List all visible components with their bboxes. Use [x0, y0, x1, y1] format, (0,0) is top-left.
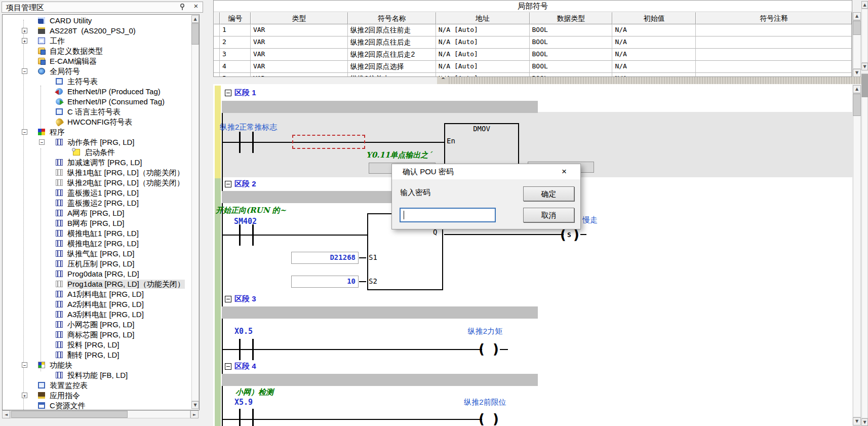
- tree-scroll-down-button[interactable]: ▼: [191, 401, 199, 409]
- operand-field[interactable]: 10: [291, 276, 359, 288]
- set-coil[interactable]: (: [560, 228, 566, 241]
- tree-item[interactable]: A2刮料电缸 [PRG, LD]: [3, 299, 191, 309]
- tree-item[interactable]: E-CAM编辑器: [3, 56, 191, 66]
- window-scrollbar2-track[interactable]: [861, 73, 868, 418]
- row-gutter[interactable]: [214, 61, 220, 73]
- symbol-scroll-down-button[interactable]: ▼: [853, 69, 861, 77]
- tree-item[interactable]: +应用指令: [3, 391, 191, 401]
- tree-item[interactable]: A1刮料电缸 [PRG, LD]: [3, 289, 191, 299]
- tree-item-label[interactable]: 投料 [PRG, LD]: [67, 340, 120, 350]
- tree-item[interactable]: −全局符号: [3, 66, 191, 76]
- network-margin-strip[interactable]: [215, 178, 221, 426]
- tree-item[interactable]: +AS228T (AS200_PSJ_0): [3, 26, 191, 36]
- tree-item[interactable]: CARD Utility: [3, 16, 191, 26]
- tree-item-label[interactable]: 主符号表: [67, 77, 98, 86]
- tree-item-label[interactable]: A2刮料电缸 [PRG, LD]: [67, 300, 144, 309]
- contact-element[interactable]: [252, 132, 254, 153]
- section1-comment-bar[interactable]: [222, 101, 538, 113]
- tree-item-label[interactable]: 压机压制 [PRG, LD]: [67, 259, 135, 268]
- output-coil[interactable]: (: [479, 412, 485, 425]
- tree-item-label[interactable]: 小网芯圈 [PRG, LD]: [67, 320, 135, 329]
- collapse-icon[interactable]: −: [22, 129, 27, 135]
- tree-item[interactable]: C 语言主符号表: [3, 107, 191, 117]
- tree-item-label[interactable]: CARD Utility: [50, 16, 92, 25]
- panel-splitter[interactable]: [437, 77, 862, 84]
- section1-collapse-icon[interactable]: [225, 90, 231, 96]
- table-cell[interactable]: [696, 73, 852, 77]
- tree-item[interactable]: 纵推2电缸 [PRG, LD]（功能关闭）: [3, 178, 191, 188]
- collapse-icon[interactable]: −: [22, 68, 27, 74]
- row-gutter-header[interactable]: [214, 12, 220, 24]
- table-cell[interactable]: 纵推2回原点往前走: [348, 24, 436, 36]
- section4-comment-bar[interactable]: [222, 374, 538, 386]
- table-cell[interactable]: 纵推2回原点往后走: [348, 36, 436, 49]
- window-scroll-up-button[interactable]: ▲: [861, 1, 868, 9]
- tree-item-label[interactable]: 盖板搬运2 [PRG, LD]: [67, 199, 139, 208]
- tree-item[interactable]: HWCONFIG符号表: [3, 117, 191, 127]
- tree-item-label[interactable]: 加减速调节 [PRG, LD]: [67, 158, 142, 167]
- tree-item-label[interactable]: 动作条件 [PRG, LD]: [67, 138, 135, 147]
- column-header[interactable]: 编号: [220, 12, 251, 24]
- ladder-scroll-up-button[interactable]: ▲: [853, 85, 861, 93]
- tree-item-label[interactable]: 商标芯圈 [PRG, LD]: [67, 330, 135, 339]
- row-gutter[interactable]: [214, 73, 220, 77]
- section2-header[interactable]: 区段 2: [234, 179, 256, 189]
- table-cell[interactable]: VAR: [251, 73, 348, 77]
- tree-item[interactable]: −动作条件 [PRG, LD]: [3, 137, 191, 147]
- table-cell[interactable]: N/A: [612, 73, 696, 77]
- tree-item-label[interactable]: 投料功能 [FB, LD]: [67, 371, 128, 380]
- tree-item[interactable]: 加减速调节 [PRG, LD]: [3, 158, 191, 168]
- column-header[interactable]: 符号名称: [348, 12, 436, 24]
- pin-icon[interactable]: [178, 3, 186, 11]
- contact-element[interactable]: [252, 224, 254, 246]
- table-cell[interactable]: [696, 36, 852, 49]
- tree-item-label[interactable]: C 语言主符号表: [67, 107, 121, 117]
- table-cell[interactable]: 4: [220, 61, 251, 73]
- expand-icon[interactable]: +: [22, 393, 27, 398]
- tree-scroll-left-button[interactable]: ◄: [2, 410, 10, 418]
- tree-item-label[interactable]: 盖板搬运1 [PRG, LD]: [67, 188, 139, 198]
- tree-item-label[interactable]: 应用指令: [50, 391, 80, 400]
- tree-item-label[interactable]: 横推电缸1 [PRG, LD]: [67, 229, 139, 238]
- table-cell[interactable]: N/A [Auto]: [436, 61, 530, 73]
- tree-item[interactable]: 翻转 [PRG, LD]: [3, 350, 191, 360]
- tree-item[interactable]: 纵推气缸 [PRG, LD]: [3, 249, 191, 259]
- tree-scroll-right-button[interactable]: ►: [190, 410, 199, 418]
- tree-item[interactable]: C资源文件: [3, 401, 191, 410]
- table-cell[interactable]: N/A [Auto]: [436, 24, 530, 36]
- tree-item[interactable]: 投料功能 [FB, LD]: [3, 370, 191, 380]
- tree-item-label[interactable]: AS228T (AS200_PSJ_0): [50, 26, 136, 35]
- tree-item[interactable]: −功能块: [3, 360, 191, 370]
- tree-item-label[interactable]: 启动条件: [85, 148, 115, 157]
- tree-item[interactable]: 横推电缸1 [PRG, LD]: [3, 228, 191, 239]
- contact-element[interactable]: [252, 339, 254, 360]
- table-cell[interactable]: BOOL: [530, 24, 613, 36]
- row-gutter[interactable]: [214, 49, 220, 61]
- tree-item[interactable]: B网布 [PRG, LD]: [3, 218, 191, 228]
- cancel-button[interactable]: 取消: [523, 208, 574, 222]
- tree-item-label[interactable]: E-CAM编辑器: [50, 57, 97, 66]
- table-cell[interactable]: VAR: [251, 61, 348, 73]
- section2-collapse-icon[interactable]: [225, 181, 231, 187]
- tree-item[interactable]: Prog1data [PRG, LD]（功能关闭）: [3, 279, 191, 289]
- tree-item-label[interactable]: 翻转 [PRG, LD]: [67, 351, 120, 360]
- contact-element[interactable]: [239, 132, 241, 153]
- tree-item-label[interactable]: 工作: [50, 36, 65, 46]
- tree-item-label[interactable]: C资源文件: [50, 401, 86, 410]
- tree-scrollbar-track[interactable]: [191, 23, 199, 401]
- contact-element[interactable]: [252, 409, 254, 426]
- tree-item-label[interactable]: 装置监控表: [50, 381, 88, 390]
- table-cell[interactable]: 纵推2回原点选择: [348, 61, 436, 73]
- symbol-scroll-up-button[interactable]: ▲: [853, 12, 861, 20]
- table-cell[interactable]: 2: [220, 36, 251, 49]
- tree-item[interactable]: 纵推1电缸 [PRG, LD]（功能关闭）: [3, 168, 191, 178]
- tree-item[interactable]: 自定义数据类型: [3, 46, 191, 56]
- expand-icon[interactable]: +: [22, 38, 27, 44]
- table-cell[interactable]: N/A: [612, 36, 696, 49]
- column-header[interactable]: 类型: [251, 12, 348, 24]
- tree-item-label[interactable]: 横推电缸2 [PRG, LD]: [67, 239, 139, 248]
- tree-item-label[interactable]: EtherNet/IP (Consumed Tag): [67, 97, 165, 106]
- table-cell[interactable]: N/A [Auto]: [436, 36, 530, 49]
- tree-item[interactable]: +工作: [3, 36, 191, 46]
- tree-item[interactable]: 小网芯圈 [PRG, LD]: [3, 320, 191, 330]
